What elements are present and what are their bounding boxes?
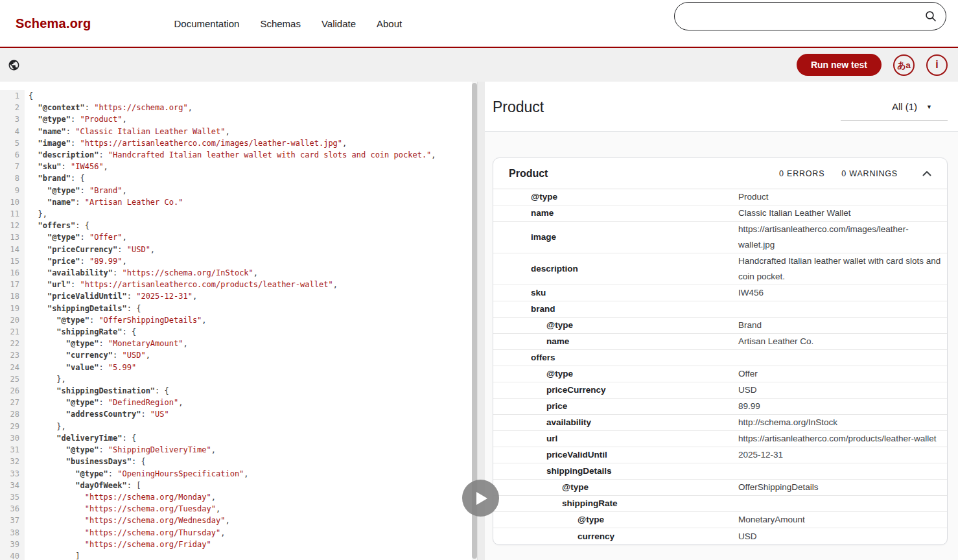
- table-row[interactable]: offers: [493, 350, 947, 366]
- table-row[interactable]: skuIW456: [493, 285, 947, 301]
- code-line: 16 "availability": "https://schema.org/I…: [0, 267, 472, 279]
- line-number: 37: [0, 515, 25, 526]
- line-number: 9: [0, 185, 25, 196]
- code-line: 40 ]: [0, 550, 472, 560]
- property-value: Product: [738, 189, 947, 205]
- code-line: 21 "shippingRate": {: [0, 326, 472, 338]
- table-row[interactable]: imagehttps://artisanleatherco.com/images…: [493, 222, 947, 253]
- code-line: 27 "@type": "DefinedRegion",: [0, 397, 472, 408]
- table-row[interactable]: price89.99: [493, 399, 947, 415]
- property-name: brand: [531, 301, 728, 317]
- content-area: 1{2 "@context": "https://schema.org",3 "…: [0, 82, 958, 560]
- property-value: Handcrafted Italian leather wallet with …: [738, 253, 947, 285]
- table-row[interactable]: nameClassic Italian Leather Wallet: [493, 205, 947, 222]
- code-line: 5 "image": "https://artisanleatherco.com…: [0, 137, 472, 149]
- search-box: [674, 2, 946, 30]
- table-row[interactable]: @typeBrand: [493, 318, 947, 334]
- line-number: 34: [0, 480, 25, 491]
- property-value: USD: [738, 529, 947, 544]
- code-line: 31 "@type": "ShippingDeliveryTime",: [0, 444, 472, 456]
- code-line: 4 "name": "Classic Italian Leather Walle…: [0, 126, 472, 137]
- collapse-card-button[interactable]: [922, 170, 931, 176]
- results-header: Product All (1) ▼: [485, 82, 958, 131]
- table-row[interactable]: currencyUSD: [493, 528, 947, 544]
- property-name: price: [546, 399, 728, 414]
- property-name: @type: [546, 318, 728, 333]
- property-value: 89.99: [738, 399, 947, 414]
- code-line: 18 "priceValidUntil": "2025-12-31",: [0, 290, 472, 302]
- property-name: @type: [546, 366, 728, 382]
- table-row[interactable]: nameArtisan Leather Co.: [493, 334, 947, 350]
- info-icon[interactable]: i: [926, 54, 948, 76]
- line-number: 28: [0, 408, 25, 420]
- line-number: 2: [0, 102, 25, 113]
- code-line: 12 "offers": {: [0, 220, 472, 231]
- site-header: Schema.org DocumentationSchemasValidateA…: [0, 0, 958, 48]
- line-number: 23: [0, 349, 25, 361]
- table-row[interactable]: urlhttps://artisanleatherco.com/products…: [493, 431, 947, 447]
- main-nav: DocumentationSchemasValidateAbout: [174, 18, 402, 29]
- nav-item-schemas[interactable]: Schemas: [260, 18, 301, 29]
- line-number: 30: [0, 432, 25, 444]
- table-row[interactable]: @typeOffer: [493, 366, 947, 382]
- line-number: 38: [0, 527, 25, 539]
- search-input[interactable]: [688, 11, 925, 22]
- code-line: 30 "deliveryTime": {: [0, 432, 472, 444]
- table-row[interactable]: @typeOfferShippingDetails: [493, 480, 947, 496]
- nav-item-validate[interactable]: Validate: [321, 18, 356, 29]
- code-line: 2 "@context": "https://schema.org",: [0, 102, 472, 113]
- language-icon[interactable]: あa: [893, 54, 915, 76]
- nav-item-about[interactable]: About: [377, 18, 402, 29]
- line-number: 40: [0, 550, 25, 560]
- line-number: 36: [0, 503, 25, 515]
- table-row[interactable]: shippingDetails: [493, 463, 947, 480]
- table-row[interactable]: @typeMonetaryAmount: [493, 512, 947, 528]
- schema-org-logo[interactable]: Schema.org: [16, 16, 91, 31]
- code-line: 35 "https://schema.org/Monday",: [0, 491, 472, 503]
- code-line: 10 "name": "Artisan Leather Co.": [0, 196, 472, 208]
- nav-item-documentation[interactable]: Documentation: [174, 18, 239, 29]
- property-value: Brand: [738, 318, 947, 333]
- code-line: 28 "addressCountry": "US": [0, 408, 472, 420]
- line-number: 39: [0, 539, 25, 550]
- code-line: 20 "@type": "OfferShippingDetails",: [0, 314, 472, 326]
- property-name: shippingRate: [562, 496, 728, 511]
- search-icon[interactable]: [925, 10, 937, 22]
- line-number: 24: [0, 362, 25, 373]
- validator-toolbar: Run new test あa i: [0, 48, 958, 82]
- entity-card-header: Product 0 ERRORS 0 WARNINGS: [493, 158, 947, 189]
- table-row[interactable]: @typeProduct: [493, 189, 947, 205]
- table-row[interactable]: brand: [493, 301, 947, 318]
- line-number: 21: [0, 326, 25, 338]
- run-new-test-button[interactable]: Run new test: [797, 54, 882, 76]
- code-line: 9 "@type": "Brand",: [0, 185, 472, 196]
- entity-card: Product 0 ERRORS 0 WARNINGS @typeProduct…: [493, 158, 948, 545]
- property-value: MonetaryAmount: [738, 512, 947, 528]
- table-row[interactable]: priceCurrencyUSD: [493, 382, 947, 399]
- property-name: @type: [531, 189, 728, 205]
- code-line: 36 "https://schema.org/Tuesday",: [0, 503, 472, 515]
- code-line: 38 "https://schema.org/Thursday",: [0, 527, 472, 539]
- code-line: 32 "businessDays": {: [0, 456, 472, 467]
- errors-badge: 0 ERRORS: [779, 169, 824, 178]
- property-value: IW456: [738, 285, 947, 301]
- property-name: availability: [546, 415, 728, 430]
- line-number: 8: [0, 172, 25, 184]
- table-row[interactable]: shippingRate: [493, 496, 947, 512]
- table-row[interactable]: priceValidUntil2025-12-31: [493, 447, 947, 463]
- table-row[interactable]: descriptionHandcrafted Italian leather w…: [493, 253, 947, 285]
- table-row[interactable]: availabilityhttp://schema.org/InStock: [493, 415, 947, 431]
- code-line: 23 "currency": "USD",: [0, 349, 472, 361]
- results-panel: Product All (1) ▼ Product 0 ERRORS 0 WAR…: [485, 82, 958, 560]
- property-name: image: [531, 229, 728, 245]
- page-title: Product: [493, 99, 544, 116]
- code-line: 26 "shippingDestination": {: [0, 385, 472, 397]
- play-button[interactable]: [462, 480, 499, 517]
- line-number: 35: [0, 491, 25, 503]
- property-name: currency: [578, 529, 728, 544]
- entity-filter-dropdown[interactable]: All (1) ▼: [841, 99, 948, 121]
- code-line: 7 "sku": "IW456",: [0, 161, 472, 172]
- entity-card-title: Product: [509, 168, 762, 180]
- code-editor[interactable]: 1{2 "@context": "https://schema.org",3 "…: [0, 82, 472, 560]
- line-number: 6: [0, 149, 25, 161]
